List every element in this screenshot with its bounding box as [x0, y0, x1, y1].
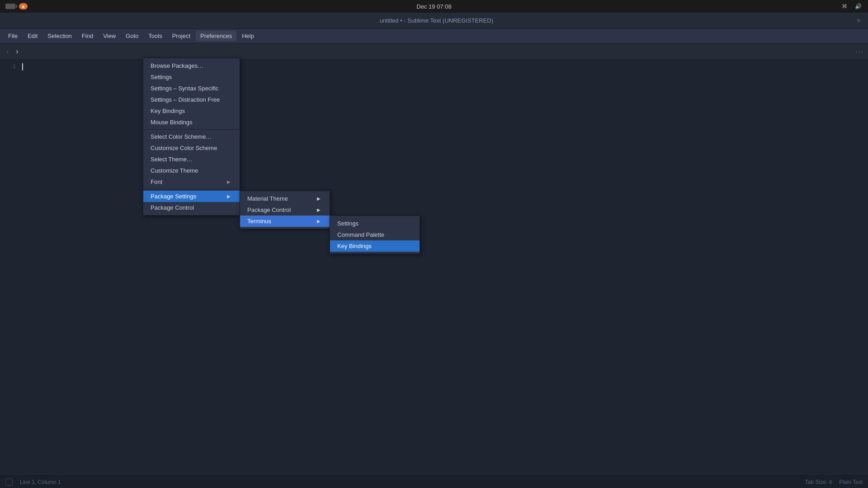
battery-icon: [5, 4, 15, 9]
window-title: untitled • - Sublime Text (UNREGISTERED): [16, 17, 857, 24]
status-indicator: [5, 479, 13, 486]
menu-terminus[interactable]: Terminus ▶ Settings Command Palette Key …: [240, 216, 330, 227]
package-settings-submenu: Material Theme ▶ Package Control ▶ Termi…: [240, 191, 330, 229]
menu-bar: File Edit Selection Find View Goto Tools…: [0, 29, 868, 43]
font-chevron: ▶: [227, 179, 231, 184]
menu-edit[interactable]: Edit: [23, 31, 42, 41]
menu-help[interactable]: Help: [237, 31, 259, 41]
system-bar: ● Dec 19 07:08 ⌘ 🔊: [0, 0, 868, 13]
separator-2: [143, 189, 240, 189]
menu-tools[interactable]: Tools: [144, 31, 166, 41]
text-cursor: [22, 63, 23, 70]
system-time: Dec 19 07:08: [416, 3, 451, 10]
menu-goto[interactable]: Goto: [121, 31, 143, 41]
menu-select-theme[interactable]: Select Theme…: [143, 154, 240, 165]
menu-settings[interactable]: Settings: [143, 71, 240, 83]
menu-terminus-key-bindings[interactable]: Key Bindings: [330, 240, 420, 252]
status-bar-right: Tab Size: 4 Plain Text: [805, 479, 863, 485]
menu-customize-color-scheme[interactable]: Customize Color Scheme: [143, 142, 240, 154]
menu-settings-syntax[interactable]: Settings – Syntax Specific: [143, 83, 240, 94]
close-button[interactable]: ×: [857, 17, 861, 25]
volume-icon: 🔊: [854, 3, 863, 9]
menu-package-control-main[interactable]: Package Control: [143, 202, 240, 213]
title-bar: untitled • - Sublime Text (UNREGISTERED)…: [0, 13, 868, 29]
menu-font[interactable]: Font ▶: [143, 176, 240, 188]
separator-1: [143, 129, 240, 130]
terminus-chevron: ▶: [317, 219, 321, 224]
menu-package-control-sub[interactable]: Package Control ▶: [240, 204, 330, 216]
menu-customize-theme[interactable]: Customize Theme: [143, 165, 240, 176]
material-theme-chevron: ▶: [317, 196, 321, 201]
menu-view[interactable]: View: [99, 31, 120, 41]
menu-project[interactable]: Project: [168, 31, 195, 41]
nav-forward-button[interactable]: ›: [14, 47, 20, 56]
nav-back-button[interactable]: ‹: [5, 47, 10, 56]
menu-package-settings[interactable]: Package Settings ▶ Material Theme ▶ Pack…: [143, 191, 240, 202]
menu-file[interactable]: File: [4, 31, 22, 41]
menu-material-theme[interactable]: Material Theme ▶: [240, 193, 330, 204]
menu-select-color-scheme[interactable]: Select Color Scheme…: [143, 131, 240, 142]
toolbar: ‹ › ⋯: [0, 43, 868, 60]
menu-selection[interactable]: Selection: [43, 31, 76, 41]
menu-preferences[interactable]: Preferences: [196, 31, 236, 41]
syntax-name: Plain Text: [839, 479, 863, 485]
line-numbers: 1: [0, 60, 20, 475]
orange-badge: ●: [19, 3, 28, 9]
menu-settings-distraction[interactable]: Settings – Distraction Free: [143, 94, 240, 105]
package-control-chevron: ▶: [317, 207, 321, 212]
menu-mouse-bindings[interactable]: Mouse Bindings: [143, 117, 240, 128]
tab-size: Tab Size: 4: [805, 479, 832, 485]
system-bar-left: ●: [5, 3, 28, 9]
toolbar-more-button[interactable]: ⋯: [855, 47, 863, 56]
network-icon: ⌘: [840, 3, 849, 9]
menu-browse-packages[interactable]: Browse Packages…: [143, 60, 240, 71]
preferences-dropdown: Browse Packages… Settings Settings – Syn…: [143, 58, 240, 216]
status-bar: Line 1, Column 1 Tab Size: 4 Plain Text: [0, 475, 868, 488]
line-number-1: 1: [0, 63, 16, 70]
menu-key-bindings[interactable]: Key Bindings: [143, 105, 240, 117]
menu-find[interactable]: Find: [77, 31, 98, 41]
system-bar-right: ⌘ 🔊: [840, 3, 863, 9]
menu-terminus-command-palette[interactable]: Command Palette: [330, 229, 420, 240]
cursor-position: Line 1, Column 1: [20, 479, 61, 485]
menu-terminus-settings[interactable]: Settings: [330, 218, 420, 229]
package-settings-chevron: ▶: [227, 194, 231, 199]
editor: 1: [0, 60, 868, 475]
terminus-submenu: Settings Command Palette Key Bindings: [330, 216, 420, 254]
